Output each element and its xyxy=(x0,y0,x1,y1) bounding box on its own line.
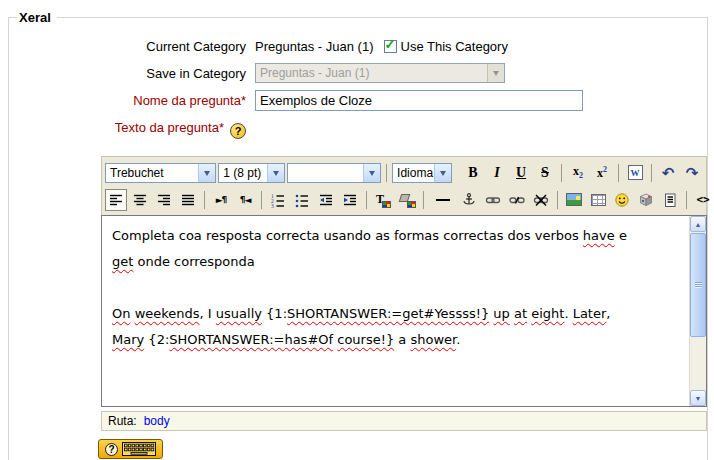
italic-icon: I xyxy=(494,165,499,181)
question-text-label: Texto da pregunta*? xyxy=(9,120,255,139)
subscript-icon: x2 xyxy=(573,164,583,180)
align-left-button[interactable] xyxy=(105,189,127,211)
xeral-fieldset: Xeral Current Category Preguntas - Juan … xyxy=(8,10,708,460)
justify-icon xyxy=(180,192,196,208)
underline-button[interactable]: U xyxy=(510,162,532,184)
forecolor-icon: T xyxy=(376,192,390,208)
toolbar-row-1: Trebuchet 1 (8 pt) Idioma xyxy=(105,159,703,186)
indent-icon xyxy=(342,192,358,208)
fontsize-select[interactable]: 1 (8 pt) xyxy=(218,163,285,183)
backcolor-button[interactable] xyxy=(396,189,418,211)
chevron-down-icon xyxy=(434,164,451,182)
justify-button[interactable] xyxy=(177,189,199,211)
scroll-down-button[interactable]: ▼ xyxy=(690,390,706,406)
unordered-list-icon xyxy=(294,192,310,208)
align-left-icon xyxy=(108,192,124,208)
editor-scrollbar[interactable]: ▲ ▼ xyxy=(689,216,706,406)
anchor-icon xyxy=(461,192,477,208)
align-center-button[interactable] xyxy=(129,189,151,211)
font-select[interactable]: Trebuchet xyxy=(105,163,216,183)
keyboard-help-button[interactable]: ? xyxy=(98,439,163,459)
outdent-button[interactable] xyxy=(315,189,337,211)
lang-select[interactable]: Idioma xyxy=(392,163,452,183)
editor-toolbar: Trebuchet 1 (8 pt) Idioma xyxy=(101,156,707,215)
smiley-icon xyxy=(614,192,630,208)
strikethrough-icon: S xyxy=(541,165,549,181)
link-button[interactable] xyxy=(482,189,504,211)
chevron-down-icon xyxy=(198,164,215,182)
special-char-icon xyxy=(638,192,654,208)
toolbar-separator xyxy=(261,191,262,209)
scroll-up-button[interactable]: ▲ xyxy=(690,216,706,232)
save-in-category-select: Preguntas - Juan (1) xyxy=(255,63,505,83)
toolbar-row-2: ►¶ ¶◄ 123 xyxy=(105,186,703,213)
toolbar-separator xyxy=(561,164,562,182)
unordered-list-button[interactable] xyxy=(291,189,313,211)
use-this-category-checkbox[interactable]: ✓ xyxy=(384,40,397,53)
chevron-down-icon xyxy=(363,164,380,182)
redo-button[interactable]: ↷ xyxy=(681,162,703,184)
nolink-button[interactable] xyxy=(530,189,552,211)
insert-image-button[interactable] xyxy=(563,189,585,211)
subscript-button[interactable]: x2 xyxy=(567,162,589,184)
paste-doc-button[interactable] xyxy=(659,189,681,211)
scrollbar-thumb[interactable] xyxy=(690,233,706,337)
current-category-row: Current Category Preguntas - Juan (1) ✓ … xyxy=(9,35,707,57)
html-editor: Trebuchet 1 (8 pt) Idioma xyxy=(101,156,707,431)
outdent-icon xyxy=(318,192,334,208)
page: Xeral Current Category Preguntas - Juan … xyxy=(0,0,714,460)
ltr-button[interactable]: ►¶ xyxy=(210,189,232,211)
save-in-category-row: Save in Category Preguntas - Juan (1) xyxy=(9,62,707,84)
rtl-button[interactable]: ¶◄ xyxy=(234,189,256,211)
question-name-input[interactable] xyxy=(255,90,583,111)
horizontal-rule-button[interactable] xyxy=(429,189,456,211)
forecolor-button[interactable]: T xyxy=(372,189,394,211)
path-label: Ruta: xyxy=(108,414,137,428)
html-source-icon: <> xyxy=(696,193,709,206)
underline-icon: U xyxy=(516,165,526,181)
question-name-row: Nome da pregunta* xyxy=(9,89,707,111)
clean-word-button[interactable]: W xyxy=(624,162,646,184)
unlink-button[interactable] xyxy=(506,189,528,211)
insert-char-button[interactable] xyxy=(635,189,657,211)
backcolor-icon xyxy=(399,192,415,208)
arrow-down-icon: ▼ xyxy=(695,395,702,402)
italic-button[interactable]: I xyxy=(486,162,508,184)
horizontal-rule-icon xyxy=(436,199,450,201)
unlink-icon xyxy=(509,192,525,208)
svg-text:3: 3 xyxy=(271,203,274,208)
insert-smiley-button[interactable] xyxy=(611,189,633,211)
current-category-value: Preguntas - Juan (1) xyxy=(255,39,374,54)
undo-button[interactable]: ↶ xyxy=(657,162,679,184)
editor-text[interactable]: Completa coa resposta correcta usando as… xyxy=(102,216,689,406)
ordered-list-button[interactable]: 123 xyxy=(267,189,289,211)
link-icon xyxy=(485,192,501,208)
editor-statusbar: Ruta: body xyxy=(101,411,707,431)
strikethrough-button[interactable]: S xyxy=(534,162,556,184)
align-right-icon xyxy=(156,192,172,208)
insert-table-button[interactable] xyxy=(587,189,609,211)
align-center-icon xyxy=(132,192,148,208)
anchor-button[interactable] xyxy=(458,189,480,211)
paste-doc-icon xyxy=(662,192,678,208)
superscript-button[interactable]: x2 xyxy=(591,162,613,184)
toolbar-separator xyxy=(366,191,367,209)
ltr-icon: ►¶ xyxy=(216,195,227,205)
path-body-link[interactable]: body xyxy=(144,414,170,428)
html-source-button[interactable]: <> xyxy=(692,189,714,211)
clean-word-icon: W xyxy=(628,165,643,180)
align-right-button[interactable] xyxy=(153,189,175,211)
bold-button[interactable]: B xyxy=(462,162,484,184)
table-icon xyxy=(591,194,606,206)
checkmark-icon: ✓ xyxy=(385,38,396,51)
toolbar-separator xyxy=(557,191,558,209)
format-select[interactable] xyxy=(287,163,381,183)
current-category-label: Current Category xyxy=(9,39,255,54)
toolbar-separator xyxy=(386,164,387,182)
help-icon[interactable]: ? xyxy=(230,123,246,139)
ordered-list-icon: 123 xyxy=(270,192,286,208)
question-text-row: Texto da pregunta*? xyxy=(9,118,707,140)
chevron-down-icon xyxy=(487,64,504,82)
nolink-icon xyxy=(533,192,549,208)
indent-button[interactable] xyxy=(339,189,361,211)
